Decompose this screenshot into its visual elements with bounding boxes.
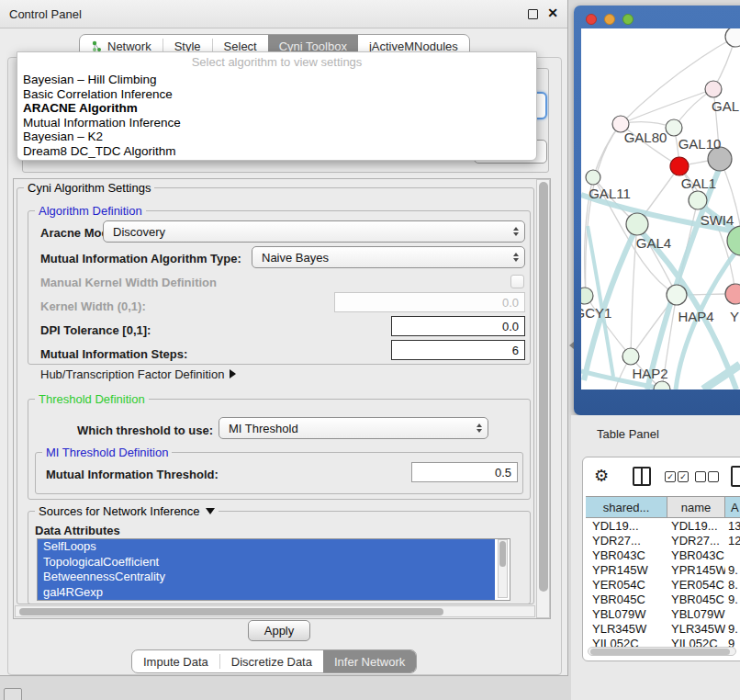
table-row[interactable]: YDR27...YDR27...12 <box>586 534 740 548</box>
node-label: GAL1 <box>681 175 716 191</box>
node-label: HAP4 <box>678 309 713 324</box>
gear-icon[interactable]: ⚙ <box>594 466 609 486</box>
which-threshold-label: Which threshold to use: <box>77 423 213 437</box>
node-label: GAL80 <box>624 130 667 145</box>
popup-item[interactable]: Bayesian – Hill Climbing <box>17 73 536 87</box>
deselect-all-checkbox-icon[interactable] <box>708 471 719 482</box>
node-label: Y <box>730 309 739 324</box>
manual-kernel-checkbox[interactable] <box>510 275 524 288</box>
column-header-shared-name[interactable]: shared... <box>586 497 667 517</box>
cell: YDL19... <box>667 519 725 534</box>
minimized-panel-icon[interactable] <box>4 688 22 700</box>
cell: YDL19... <box>586 519 667 534</box>
network-icon <box>91 40 103 52</box>
table-header-row: shared... name A <box>586 496 740 518</box>
popup-item[interactable]: Basic Correlation Inference <box>17 87 536 102</box>
settings-horizontal-scrollbar[interactable] <box>15 605 535 617</box>
network-canvas[interactable]: GAL GAL80 GAL10 GAL1 GAL11 SWI4 GAL4 GCY… <box>581 28 740 390</box>
cell <box>725 548 740 563</box>
table-row[interactable]: YLR345WYLR345W9. <box>586 622 740 637</box>
mac-minimize-icon[interactable] <box>604 14 615 25</box>
node-gal4[interactable] <box>626 213 648 235</box>
node-gal1[interactable] <box>670 157 689 175</box>
node-label: GAL10 <box>678 136 722 152</box>
mac-close-icon[interactable] <box>586 14 597 25</box>
hub-definition-expander[interactable]: Hub/Transcription Factor Definition <box>40 367 236 381</box>
list-item[interactable]: SelfLoops <box>38 539 495 555</box>
table-horizontal-scrollbar[interactable] <box>588 647 736 656</box>
which-threshold-combo[interactable]: MI Threshold <box>219 417 488 439</box>
node[interactable] <box>705 81 722 97</box>
combo-spinner-icon <box>513 253 519 262</box>
node-label: GCY1 <box>581 305 611 321</box>
data-attributes-label: Data Attributes <box>35 524 120 537</box>
node[interactable] <box>725 284 740 304</box>
mi-threshold-label: Mutual Information Threshold: <box>46 468 219 481</box>
copy-icon[interactable] <box>731 466 740 487</box>
apply-button[interactable]: Apply <box>248 620 310 641</box>
table-row[interactable]: YBR045CYBR045C9. <box>586 593 740 607</box>
table-row[interactable]: YBL079WYBL079W <box>586 607 740 622</box>
combo-spinner-icon <box>477 423 482 433</box>
node[interactable] <box>654 381 670 390</box>
table-scrollbar-thumb[interactable] <box>590 649 730 655</box>
tab-infer-network[interactable]: Infer Network <box>323 650 416 672</box>
cell: YLR345W <box>667 622 725 637</box>
table-body: YDL19...YDL19...13 YDR27...YDR27...12 YB… <box>586 519 740 648</box>
split-columns-icon[interactable] <box>633 467 651 486</box>
cell: YPR145W <box>667 563 725 578</box>
node-gcy1[interactable] <box>581 288 593 304</box>
node-hap2[interactable] <box>622 348 639 365</box>
popup-item[interactable]: Dream8 DC_TDC Algorithm <box>17 144 536 159</box>
node-label: SWI4 <box>701 212 734 228</box>
sources-collapse-header[interactable]: Sources for Network Inference <box>35 504 219 518</box>
horizontal-scrollbar-thumb[interactable] <box>19 608 443 615</box>
list-item[interactable]: BetweennessCentrality <box>38 570 495 585</box>
list-item[interactable]: gal4RGexp <box>38 585 495 601</box>
node-gal10[interactable] <box>666 119 682 136</box>
column-header-partial[interactable]: A <box>725 497 740 517</box>
table-row[interactable]: YDL19...YDL19...13 <box>586 519 740 534</box>
mi-algorithm-type-combo[interactable]: Naive Bayes <box>252 246 525 268</box>
list-scrollbar-thumb[interactable] <box>499 541 506 567</box>
mi-steps-field[interactable]: 6 <box>391 340 525 360</box>
cell: YER054C <box>667 578 725 593</box>
mac-zoom-icon[interactable] <box>622 14 633 25</box>
vertical-scrollbar-thumb[interactable] <box>539 182 548 592</box>
popup-item[interactable]: Mutual Information Inference <box>17 116 536 130</box>
popup-item[interactable]: Bayesian – K2 <box>17 130 536 144</box>
node-hap4[interactable] <box>667 285 687 305</box>
popup-item-selected[interactable]: ARACNE Algorithm <box>17 101 536 116</box>
tab-label: Impute Data <box>143 655 208 669</box>
node-label: HAP2 <box>632 366 667 381</box>
node-swi4[interactable] <box>689 191 707 209</box>
node-gal11[interactable] <box>586 170 600 185</box>
table-row[interactable]: YER054CYER054C8. <box>586 578 740 593</box>
aracne-mode-combo[interactable]: Discovery <box>103 220 525 243</box>
cell: 12 <box>725 534 740 548</box>
kernel-width-label: Kernel Width (0,1): <box>40 299 146 313</box>
table-row[interactable]: YPR145WYPR145W9. <box>586 563 740 578</box>
node[interactable] <box>725 28 740 47</box>
cell: YDR27... <box>667 534 725 548</box>
dpi-tolerance-field[interactable]: 0.0 <box>391 316 525 336</box>
close-icon[interactable]: ✕ <box>547 6 558 20</box>
settings-vertical-scrollbar[interactable] <box>536 179 550 618</box>
list-item[interactable]: TopologicalCoefficient <box>38 555 495 570</box>
float-panel-icon[interactable] <box>528 9 538 19</box>
select-all-checkbox-icon[interactable]: ✓ <box>678 471 689 482</box>
mi-threshold-field[interactable]: 0.5 <box>411 462 518 482</box>
kernel-width-field[interactable]: 0.0 <box>334 292 525 312</box>
cell: YBL079W <box>586 607 667 622</box>
list-scrollbar[interactable] <box>498 539 508 598</box>
column-header-name[interactable]: name <box>667 497 725 517</box>
cell: YLR345W <box>586 622 667 637</box>
cell: 13 <box>725 519 740 534</box>
deselect-all-checkbox-icon[interactable] <box>695 471 706 482</box>
tab-impute-data[interactable]: Impute Data <box>132 650 219 672</box>
select-all-checkbox-icon[interactable]: ✓ <box>665 471 676 482</box>
table-row[interactable]: YBR043CYBR043C <box>586 548 740 563</box>
chevron-down-icon <box>206 508 215 514</box>
cell: YER054C <box>586 578 667 593</box>
tab-discretize-data[interactable]: Discretize Data <box>220 650 323 672</box>
